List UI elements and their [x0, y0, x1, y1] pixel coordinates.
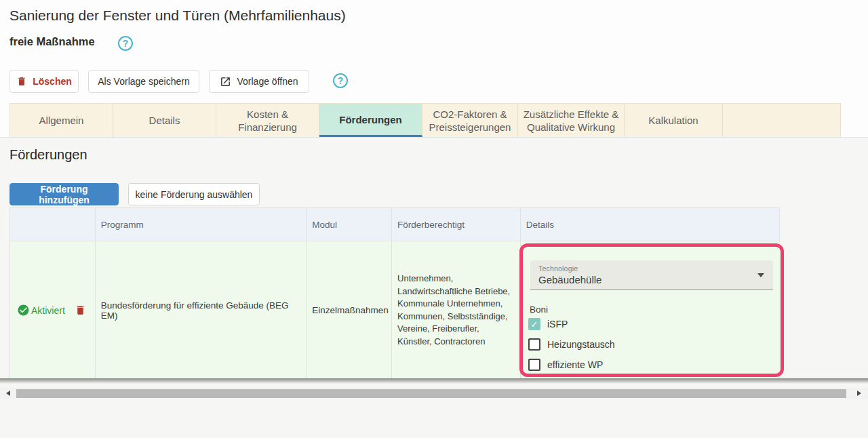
delete-funding-button[interactable] — [75, 304, 86, 316]
scroll-left-arrow-icon[interactable] — [6, 391, 10, 396]
trash-icon — [75, 304, 86, 316]
save-as-template-button[interactable]: Als Vorlage speichern — [88, 70, 199, 93]
effiziente-wp-checkbox[interactable]: ✓ — [528, 359, 540, 371]
open-template-button[interactable]: Vorlage öffnen — [209, 70, 309, 93]
tab-foerderungen[interactable]: Förderungen — [319, 104, 422, 137]
help-icon[interactable]: ? — [118, 36, 133, 51]
tab-kosten-finanzierung[interactable]: Kosten & Finanzierung — [216, 104, 319, 137]
programm-cell: Bundesförderung für effiziente Gebäude (… — [96, 241, 307, 379]
save-as-template-label: Als Vorlage speichern — [98, 76, 189, 87]
boni-option-effiziente-wp: ✓ effiziente WP — [528, 358, 603, 372]
boni-option-isfp: ✓ iSFP — [528, 317, 568, 331]
boni-label: Boni — [530, 304, 548, 315]
column-header-details: Details — [521, 208, 779, 241]
tab-bar: Allgemein Details Kosten & Finanzierung … — [9, 103, 841, 137]
boni-option-heizungstausch: ✓ Heizungstausch — [528, 338, 615, 351]
no-funding-button[interactable]: keine Förderung auswählen — [128, 183, 260, 205]
open-in-new-icon — [220, 76, 231, 87]
trash-icon — [16, 76, 27, 87]
check-circle-icon — [17, 304, 30, 317]
column-header-modul: Modul — [307, 208, 392, 241]
column-header-foerderberechtigt: Förderberechtigt — [392, 208, 521, 241]
add-funding-button[interactable]: Förderung hinzufügen — [9, 183, 119, 205]
isfp-checkbox[interactable]: ✓ — [528, 318, 540, 330]
delete-button-label: Löschen — [33, 76, 72, 87]
chevron-down-icon — [757, 273, 764, 277]
open-template-label: Vorlage öffnen — [237, 76, 298, 87]
tab-zusaetzliche-effekte[interactable]: Zusätzliche Effekte & Qualitative Wirkun… — [518, 104, 625, 137]
scrollbar-thumb[interactable] — [16, 389, 846, 398]
technology-select[interactable]: Technologie Gebäudehülle — [530, 260, 773, 290]
app-window: Sanierung der Fenster und Türen (Mehrfam… — [0, 0, 868, 438]
tabbar-filler — [723, 104, 840, 137]
isfp-checkbox-label: iSFP — [547, 319, 568, 330]
delete-button[interactable]: Löschen — [9, 70, 79, 93]
heizungstausch-checkbox[interactable]: ✓ — [528, 338, 540, 351]
modul-cell: Einzelmaßnahmen — [307, 241, 392, 379]
technology-select-label: Technologie — [538, 264, 578, 273]
column-header-status — [10, 208, 96, 241]
details-highlight-outline: Technologie Gebäudehülle Boni ✓ iSFP ✓ H… — [519, 243, 784, 377]
measure-type-label: freie Maßnahme — [9, 35, 95, 48]
status-cell: Aktiviert — [10, 241, 96, 379]
table-header-row: Programm Modul Förderberechtigt Details — [9, 207, 780, 241]
tabbar-divider — [0, 137, 868, 138]
heizungstausch-checkbox-label: Heizungstausch — [547, 339, 615, 350]
technology-select-value: Gebäudehülle — [538, 274, 601, 285]
scroll-right-arrow-icon[interactable] — [857, 391, 861, 396]
column-header-programm: Programm — [96, 208, 307, 241]
tab-co2-faktoren[interactable]: CO2-Faktoren & Preissteigerungen — [422, 104, 518, 137]
tab-allgemein[interactable]: Allgemein — [10, 104, 113, 137]
help-icon[interactable]: ? — [333, 73, 348, 88]
foerderberechtigt-cell: Unternehmen, Landwirtschaftliche Betrieb… — [392, 241, 521, 379]
section-heading: Förderungen — [9, 147, 87, 163]
horizontal-scrollbar[interactable] — [0, 388, 868, 399]
tab-kalkulation[interactable]: Kalkulation — [625, 104, 723, 137]
status-badge: Aktiviert — [31, 305, 65, 316]
page-title: Sanierung der Fenster und Türen (Mehrfam… — [9, 7, 346, 24]
table-bottom-shadow — [0, 378, 868, 384]
checkmark-icon: ✓ — [531, 320, 538, 329]
effiziente-wp-checkbox-label: effiziente WP — [547, 359, 603, 370]
tab-details[interactable]: Details — [113, 104, 216, 137]
